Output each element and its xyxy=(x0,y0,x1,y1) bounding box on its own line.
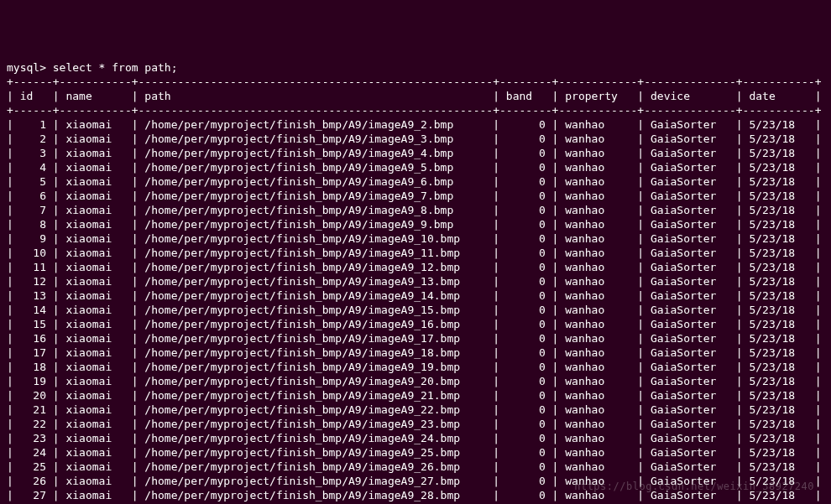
mysql-terminal[interactable]: mysql> select * from path; +------+-----… xyxy=(7,60,824,504)
